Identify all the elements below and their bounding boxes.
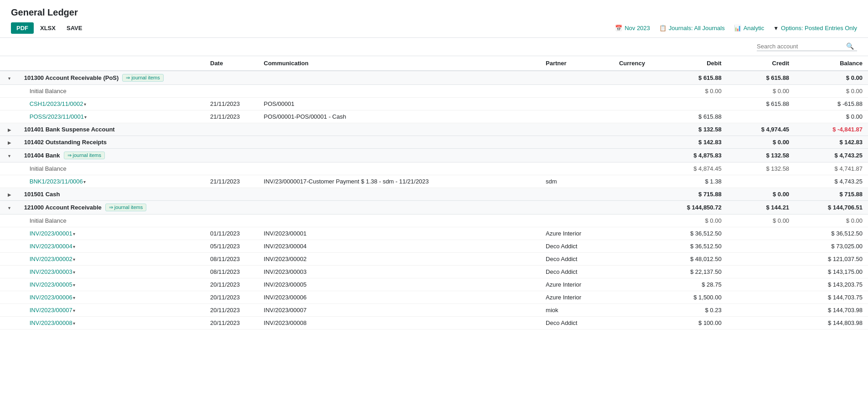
dropdown-arrow-icon[interactable]: ▾ bbox=[73, 270, 75, 275]
expand-toggle[interactable] bbox=[0, 188, 19, 201]
expand-toggle[interactable] bbox=[0, 136, 19, 149]
entry-ref-link[interactable]: CSH1/2023/11/0002 bbox=[30, 100, 83, 107]
analytic-icon: 📊 bbox=[734, 25, 741, 31]
table-row: INV/2023/00008▾20/11/2023INV/2023/00008D… bbox=[0, 317, 868, 330]
table-row: INV/2023/00002▾08/11/2023INV/2023/00002D… bbox=[0, 253, 868, 266]
th-account bbox=[19, 56, 205, 71]
search-bar-container: 🔍 bbox=[0, 38, 868, 56]
dropdown-arrow-icon[interactable]: ▾ bbox=[73, 295, 75, 300]
group-account-label: 121000 Account Receivable⇒ journal items bbox=[19, 201, 205, 214]
dropdown-arrow-icon[interactable]: ▾ bbox=[73, 244, 75, 249]
filter-journals-button[interactable]: 📋 Journals: All Journals bbox=[659, 25, 725, 31]
filter-journals-label: Journals: All Journals bbox=[669, 25, 725, 31]
table-row: Initial Balance$ 0.00$ 0.00$ 0.00 bbox=[0, 85, 868, 98]
th-communication: Communication bbox=[258, 56, 541, 71]
group-account-label: 101300 Account Receivable (PoS)⇒ journal… bbox=[19, 71, 205, 85]
search-input[interactable] bbox=[757, 43, 843, 50]
th-balance: Balance bbox=[795, 56, 868, 71]
table-row: INV/2023/00004▾05/11/2023INV/2023/00004D… bbox=[0, 240, 868, 253]
group-header-row: 101300 Account Receivable (PoS)⇒ journal… bbox=[0, 71, 868, 85]
expand-toggle[interactable] bbox=[0, 149, 19, 162]
search-icon: 🔍 bbox=[846, 42, 854, 50]
group-header-row: 101401 Bank Suspense Account$ 132.58$ 4,… bbox=[0, 123, 868, 136]
table-row: Initial Balance$ 4,874.45$ 132.58$ 4,741… bbox=[0, 162, 868, 175]
save-button[interactable]: SAVE bbox=[62, 22, 87, 34]
dropdown-arrow-icon[interactable]: ▾ bbox=[84, 115, 87, 120]
entry-ref-link[interactable]: INV/2023/00001 bbox=[30, 230, 72, 237]
calendar-icon: 📅 bbox=[615, 25, 622, 31]
ledger-table: Date Communication Partner Currency Debi… bbox=[0, 56, 868, 330]
entry-ref-link[interactable]: INV/2023/00008 bbox=[30, 319, 72, 326]
filter-options-button[interactable]: ▼ Options: Posted Entries Only bbox=[773, 25, 857, 31]
dropdown-arrow-icon[interactable]: ▾ bbox=[73, 231, 75, 236]
journal-icon: 📋 bbox=[659, 25, 666, 31]
journal-items-button[interactable]: ⇒ journal items bbox=[105, 204, 146, 211]
entry-ref-link[interactable]: INV/2023/00002 bbox=[30, 256, 72, 262]
dropdown-arrow-icon[interactable]: ▾ bbox=[73, 321, 75, 326]
group-header-row: 101402 Outstanding Receipts$ 142.83$ 0.0… bbox=[0, 136, 868, 149]
th-debit: Debit bbox=[659, 56, 727, 71]
page-title: General Ledger bbox=[11, 7, 857, 18]
pdf-button[interactable]: PDF bbox=[11, 22, 34, 34]
entry-ref-link[interactable]: INV/2023/00006 bbox=[30, 294, 72, 301]
group-account-label: 101401 Bank Suspense Account bbox=[19, 123, 205, 136]
th-currency: Currency bbox=[614, 56, 659, 71]
filter-date-button[interactable]: 📅 Nov 2023 bbox=[615, 25, 650, 31]
filter-analytic-label: Analytic bbox=[744, 25, 765, 31]
group-account-label: 101501 Cash bbox=[19, 188, 205, 201]
th-expand bbox=[0, 56, 19, 71]
th-date: Date bbox=[205, 56, 258, 71]
dropdown-arrow-icon[interactable]: ▾ bbox=[84, 102, 86, 107]
search-wrapper: 🔍 bbox=[757, 42, 857, 51]
dropdown-arrow-icon[interactable]: ▾ bbox=[83, 179, 86, 184]
dropdown-arrow-icon[interactable]: ▾ bbox=[73, 308, 75, 313]
filter-analytic-button[interactable]: 📊 Analytic bbox=[734, 25, 765, 31]
dropdown-arrow-icon[interactable]: ▾ bbox=[73, 257, 75, 262]
table-row: INV/2023/00003▾08/11/2023INV/2023/00003D… bbox=[0, 266, 868, 278]
table-header-row: Date Communication Partner Currency Debi… bbox=[0, 56, 868, 71]
toolbar-right: 📅 Nov 2023 📋 Journals: All Journals 📊 An… bbox=[615, 25, 857, 31]
filter-options-label: Options: Posted Entries Only bbox=[781, 25, 857, 31]
toolbar-left: PDF XLSX SAVE bbox=[11, 22, 87, 34]
table-container: Date Communication Partner Currency Debi… bbox=[0, 56, 868, 330]
entry-ref-link[interactable]: BNK1/2023/11/0006 bbox=[30, 178, 83, 185]
xlsx-button[interactable]: XLSX bbox=[36, 22, 60, 34]
group-header-row: 101404 Bank⇒ journal items$ 4,875.83$ 13… bbox=[0, 149, 868, 162]
entry-ref-link[interactable]: INV/2023/00004 bbox=[30, 243, 72, 250]
table-row: INV/2023/00001▾01/11/2023INV/2023/00001A… bbox=[0, 227, 868, 240]
table-row: INV/2023/00005▾20/11/2023INV/2023/00005A… bbox=[0, 278, 868, 291]
toolbar: PDF XLSX SAVE 📅 Nov 2023 📋 Journals: All… bbox=[11, 22, 857, 34]
dropdown-arrow-icon[interactable]: ▾ bbox=[73, 282, 75, 288]
group-header-row: 121000 Account Receivable⇒ journal items… bbox=[0, 201, 868, 214]
journal-items-button[interactable]: ⇒ journal items bbox=[64, 152, 105, 159]
table-row: CSH1/2023/11/0002▾21/11/2023POS/00001$ 6… bbox=[0, 98, 868, 110]
entry-ref-link[interactable]: INV/2023/00005 bbox=[30, 281, 72, 288]
filter-icon: ▼ bbox=[773, 25, 779, 31]
group-account-label: 101404 Bank⇒ journal items bbox=[19, 149, 205, 162]
table-row: Initial Balance$ 0.00$ 0.00$ 0.00 bbox=[0, 214, 868, 227]
table-row: INV/2023/00007▾20/11/2023INV/2023/00007m… bbox=[0, 304, 868, 317]
entry-ref-link[interactable]: INV/2023/00007 bbox=[30, 307, 72, 314]
entry-ref-link[interactable]: INV/2023/00003 bbox=[30, 268, 72, 275]
table-row: INV/2023/00006▾20/11/2023INV/2023/00006A… bbox=[0, 291, 868, 304]
table-row: BNK1/2023/11/0006▾21/11/2023INV/23/00000… bbox=[0, 175, 868, 188]
filter-date-label: Nov 2023 bbox=[625, 25, 650, 31]
expand-toggle[interactable] bbox=[0, 71, 19, 85]
table-row: POSS/2023/11/0001▾21/11/2023POS/00001-PO… bbox=[0, 110, 868, 123]
entry-ref-link[interactable]: POSS/2023/11/0001 bbox=[30, 113, 84, 120]
group-header-row: 101501 Cash$ 715.88$ 0.00$ 715.88 bbox=[0, 188, 868, 201]
th-credit: Credit bbox=[727, 56, 795, 71]
expand-toggle[interactable] bbox=[0, 123, 19, 136]
expand-toggle[interactable] bbox=[0, 201, 19, 214]
journal-items-button[interactable]: ⇒ journal items bbox=[122, 74, 163, 82]
group-account-label: 101402 Outstanding Receipts bbox=[19, 136, 205, 149]
th-partner: Partner bbox=[540, 56, 614, 71]
